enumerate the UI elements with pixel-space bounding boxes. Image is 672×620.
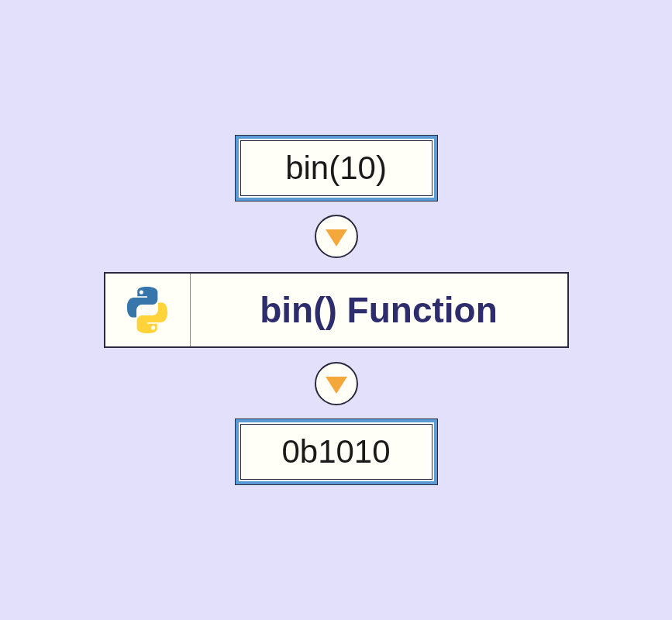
python-logo-icon [120,283,174,337]
function-label: bin() Function [191,274,567,346]
arrow-down-2 [315,362,358,405]
arrow-down-icon [326,377,347,394]
logo-section [105,274,191,346]
arrow-down-1 [315,215,358,258]
input-box: bin(10) [236,136,437,201]
input-text: bin(10) [285,150,387,186]
output-text: 0b1010 [281,433,390,470]
function-box: bin() Function [104,272,569,348]
output-box: 0b1010 [236,419,437,484]
arrow-down-icon [326,229,347,246]
